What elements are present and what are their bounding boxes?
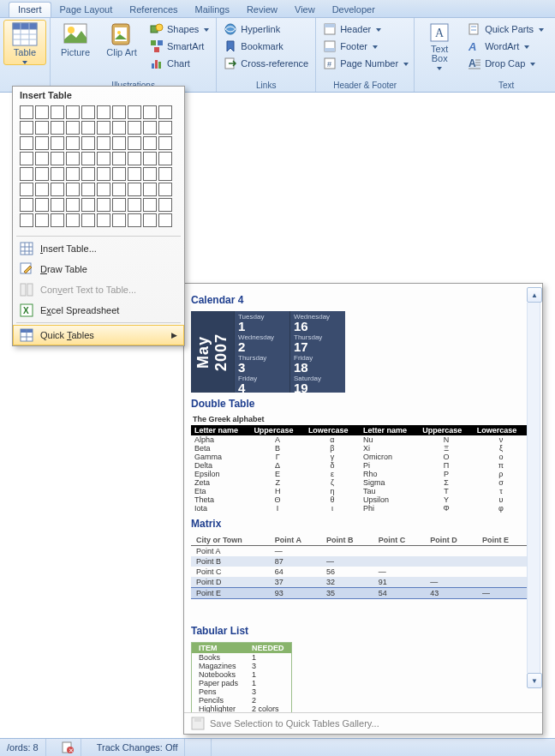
tab-references[interactable]: References [121, 3, 186, 17]
grid-cell[interactable] [158, 183, 172, 196]
track-changes-status[interactable]: Track Changes: Off [90, 739, 186, 756]
grid-cell[interactable] [35, 213, 49, 227]
header-button[interactable]: Header [319, 21, 412, 37]
smartart-button[interactable]: SmartArt [146, 39, 212, 54]
signature-button[interactable]: Sign [551, 21, 555, 37]
grid-cell[interactable] [51, 198, 64, 212]
grid-cell[interactable] [66, 213, 80, 227]
grid-cell[interactable] [51, 167, 64, 181]
gallery-item-tabular-list[interactable]: ITEMNEEDEDBooks1Magazines3Notebooks1Pape… [191, 642, 528, 712]
grid-cell[interactable] [20, 136, 33, 150]
draw-table-menu[interactable]: Draw Table [13, 259, 184, 279]
grid-cell[interactable] [112, 198, 126, 212]
grid-cell[interactable] [35, 198, 49, 212]
grid-cell[interactable] [81, 136, 95, 150]
grid-cell[interactable] [143, 105, 157, 119]
pagenum-button[interactable]: # Page Number [319, 56, 412, 71]
grid-cell[interactable] [143, 183, 157, 196]
grid-cell[interactable] [158, 105, 172, 119]
grid-cell[interactable] [51, 105, 64, 119]
quickparts-button[interactable]: Quick Parts [464, 21, 547, 37]
grid-cell[interactable] [128, 121, 141, 135]
grid-cell[interactable] [66, 167, 80, 181]
crossref-button[interactable]: Cross-reference [220, 56, 312, 71]
bookmark-button[interactable]: Bookmark [220, 39, 312, 54]
datetime-button[interactable]: 5 Date [551, 39, 555, 54]
grid-cell[interactable] [35, 152, 49, 165]
excel-spreadsheet-menu[interactable]: X Excel Spreadsheet [13, 300, 184, 321]
grid-cell[interactable] [97, 121, 110, 135]
grid-cell[interactable] [81, 167, 95, 181]
grid-cell[interactable] [97, 136, 110, 150]
grid-cell[interactable] [112, 183, 126, 196]
grid-cell[interactable] [158, 167, 172, 181]
tab-review[interactable]: Review [238, 3, 286, 17]
tab-page-layout[interactable]: Page Layout [51, 3, 122, 17]
grid-cell[interactable] [158, 136, 172, 150]
tab-insert[interactable]: Insert [9, 2, 51, 17]
gallery-item-double-table[interactable]: The Greek alphabet Letter nameUppercaseL… [191, 415, 528, 513]
grid-cell[interactable] [20, 121, 33, 135]
gallery-item-calendar4[interactable]: May 2007 Tuesday1Wednesday2Thursday3Frid… [191, 311, 528, 393]
wordart-button[interactable]: A WordArt [464, 39, 547, 54]
scroll-down-button[interactable]: ▼ [527, 673, 542, 688]
grid-cell[interactable] [143, 152, 157, 165]
grid-cell[interactable] [143, 167, 157, 181]
grid-cell[interactable] [97, 213, 110, 227]
grid-cell[interactable] [35, 105, 49, 119]
proofing-status[interactable]: ✕ [55, 739, 81, 756]
grid-cell[interactable] [20, 105, 33, 119]
object-button[interactable]: Obje [551, 56, 555, 71]
grid-cell[interactable] [112, 136, 126, 150]
insert-table-grid[interactable] [13, 105, 184, 234]
grid-cell[interactable] [143, 121, 157, 135]
grid-cell[interactable] [128, 105, 141, 119]
grid-cell[interactable] [20, 167, 33, 181]
grid-cell[interactable] [128, 198, 141, 212]
grid-cell[interactable] [97, 183, 110, 196]
grid-cell[interactable] [66, 198, 80, 212]
grid-cell[interactable] [128, 136, 141, 150]
grid-cell[interactable] [81, 152, 95, 165]
dropcap-button[interactable]: A Drop Cap [464, 56, 547, 71]
grid-cell[interactable] [128, 183, 141, 196]
tab-mailings[interactable]: Mailings [187, 3, 238, 17]
grid-cell[interactable] [97, 105, 110, 119]
grid-cell[interactable] [158, 152, 172, 165]
clipart-button[interactable]: Clip Art [100, 20, 143, 58]
grid-cell[interactable] [51, 136, 64, 150]
grid-cell[interactable] [66, 136, 80, 150]
grid-cell[interactable] [20, 213, 33, 227]
picture-button[interactable]: Picture [54, 20, 97, 58]
grid-cell[interactable] [158, 213, 172, 227]
grid-cell[interactable] [81, 198, 95, 212]
grid-cell[interactable] [128, 213, 141, 227]
grid-cell[interactable] [81, 121, 95, 135]
grid-cell[interactable] [66, 105, 80, 119]
grid-cell[interactable] [20, 183, 33, 196]
grid-cell[interactable] [35, 136, 49, 150]
grid-cell[interactable] [66, 183, 80, 196]
tab-view[interactable]: View [286, 3, 324, 17]
grid-cell[interactable] [35, 167, 49, 181]
grid-cell[interactable] [51, 121, 64, 135]
insert-table-menu[interactable]: Insert Table... [13, 238, 184, 259]
table-button[interactable]: Table [3, 20, 46, 65]
grid-cell[interactable] [112, 167, 126, 181]
grid-cell[interactable] [81, 183, 95, 196]
textbox-button[interactable]: A Text Box [418, 20, 461, 71]
grid-cell[interactable] [112, 105, 126, 119]
grid-cell[interactable] [143, 198, 157, 212]
grid-cell[interactable] [128, 152, 141, 165]
hyperlink-button[interactable]: Hyperlink [220, 21, 312, 37]
grid-cell[interactable] [81, 213, 95, 227]
scroll-up-button[interactable]: ▲ [527, 287, 542, 303]
grid-cell[interactable] [51, 183, 64, 196]
grid-cell[interactable] [112, 213, 126, 227]
grid-cell[interactable] [51, 213, 64, 227]
grid-cell[interactable] [66, 121, 80, 135]
grid-cell[interactable] [20, 152, 33, 165]
grid-cell[interactable] [143, 213, 157, 227]
grid-cell[interactable] [81, 105, 95, 119]
grid-cell[interactable] [97, 152, 110, 165]
